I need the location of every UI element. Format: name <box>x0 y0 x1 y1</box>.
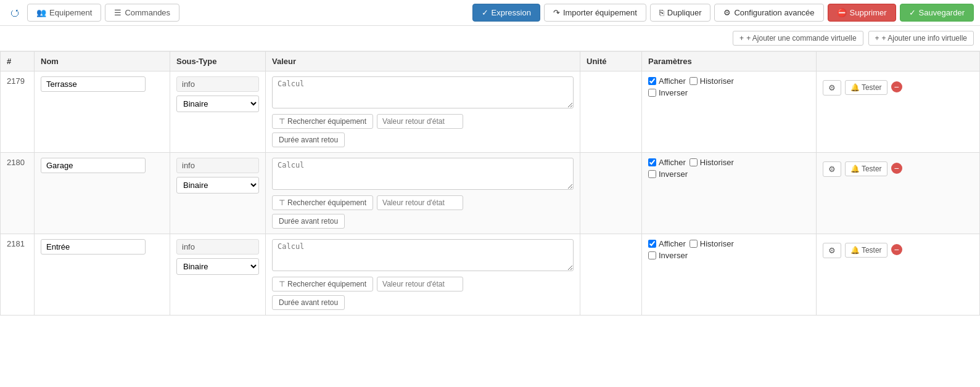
add-info-button[interactable]: + + Ajouter une info virtuelle <box>868 31 974 46</box>
historiser-checkbox-1[interactable] <box>690 158 698 166</box>
historiser-label-1[interactable]: Historiser <box>690 158 734 167</box>
share-icon: ↷ <box>553 8 560 17</box>
equipement-icon: 👥 <box>36 8 46 17</box>
dupliquer-button[interactable]: ⎘ Dupliquer <box>650 4 711 22</box>
retour-input-1[interactable] <box>377 195 463 210</box>
calcul-textarea-0[interactable] <box>272 76 574 108</box>
historiser-checkbox-0[interactable] <box>690 77 698 85</box>
col-valeur-2: ⊤ Rechercher équipement Durée avant reto… <box>266 234 580 316</box>
col-unite-1 <box>580 153 642 234</box>
table-icon-2: ⊤ <box>279 280 285 288</box>
col-params-1: Afficher Historiser Inverser <box>642 153 817 234</box>
afficher-label-2[interactable]: Afficher <box>648 239 686 248</box>
importer-button[interactable]: ↷ Importer équipement <box>544 4 646 22</box>
expression-button[interactable]: ✓ Expression <box>472 4 540 22</box>
top-nav: ⭯ 👥 Equipement ☰ Commandes ✓ Expression … <box>0 0 980 26</box>
commandes-tab[interactable]: ☰ Commandes <box>105 4 179 22</box>
config-button[interactable]: ⚙ Configuration avancée <box>714 4 823 22</box>
col-header-valeur: Valeur <box>266 52 580 71</box>
plus-icon-2: + <box>875 34 879 43</box>
nom-input-2[interactable] <box>41 239 146 255</box>
type-select-1[interactable]: BinaireNumériqueTexte <box>176 177 259 194</box>
bell-icon-1: 🔔 <box>850 165 860 173</box>
col-nom-1 <box>35 153 170 234</box>
col-soustype-0: info BinaireNumériqueTexte <box>170 71 266 153</box>
duree-btn-1[interactable]: Durée avant retou <box>272 214 345 229</box>
col-unite-2 <box>580 234 642 316</box>
toolbar: ✓ Expression ↷ Importer équipement ⎘ Dup… <box>472 4 974 22</box>
col-header-actions <box>816 52 979 71</box>
table-row: 2179 info BinaireNumériqueTexte ⊤ Recher… <box>1 71 980 153</box>
row-id-1: 2180 <box>1 153 35 234</box>
ban-icon: ⛔ <box>837 8 847 17</box>
bell-icon-0: 🔔 <box>850 83 860 92</box>
afficher-label-0[interactable]: Afficher <box>648 76 686 86</box>
remove-btn-2[interactable]: − <box>891 244 902 255</box>
info-badge-0: info <box>176 76 259 92</box>
rechercher-btn-1[interactable]: ⊤ Rechercher équipement <box>272 195 373 210</box>
afficher-checkbox-2[interactable] <box>648 240 656 248</box>
remove-btn-1[interactable]: − <box>891 163 902 174</box>
historiser-checkbox-2[interactable] <box>690 240 698 248</box>
table-icon-1: ⊤ <box>279 198 285 207</box>
duree-btn-0[interactable]: Durée avant retou <box>272 132 345 147</box>
calcul-textarea-1[interactable] <box>272 158 574 190</box>
afficher-checkbox-0[interactable] <box>648 77 656 85</box>
afficher-label-1[interactable]: Afficher <box>648 158 686 167</box>
action-bar: + + Ajouter une commande virtuelle + + A… <box>0 26 980 51</box>
tester-btn-1[interactable]: 🔔 Tester <box>845 161 887 176</box>
supprimer-button[interactable]: ⛔ Supprimer <box>828 4 896 22</box>
bell-icon-2: 🔔 <box>850 246 860 255</box>
col-header-soustype: Sous-Type <box>170 52 266 71</box>
col-header-params: Paramètres <box>642 52 817 71</box>
inverser-label-0[interactable]: Inverser <box>648 88 688 97</box>
remove-btn-0[interactable]: − <box>891 81 902 92</box>
col-actions-0: ⚙ 🔔 Tester − <box>816 71 979 153</box>
add-commande-button[interactable]: + + Ajouter une commande virtuelle <box>733 31 863 46</box>
table-icon-0: ⊤ <box>279 117 285 126</box>
col-valeur-0: ⊤ Rechercher équipement Durée avant reto… <box>266 71 580 153</box>
type-select-2[interactable]: BinaireNumériqueTexte <box>176 258 259 275</box>
col-nom-2 <box>35 234 170 316</box>
inverser-checkbox-1[interactable] <box>648 170 656 178</box>
col-header-id: # <box>1 52 35 71</box>
retour-input-0[interactable] <box>377 114 463 129</box>
inverser-checkbox-0[interactable] <box>648 89 656 97</box>
calcul-textarea-2[interactable] <box>272 239 574 271</box>
duree-btn-2[interactable]: Durée avant retou <box>272 295 345 310</box>
col-actions-1: ⚙ 🔔 Tester − <box>816 153 979 234</box>
col-params-2: Afficher Historiser Inverser <box>642 234 817 316</box>
table-row: 2181 info BinaireNumériqueTexte ⊤ Recher… <box>1 234 980 316</box>
inverser-label-2[interactable]: Inverser <box>648 251 688 260</box>
retour-input-2[interactable] <box>377 277 463 291</box>
col-soustype-2: info BinaireNumériqueTexte <box>170 234 266 316</box>
gear-btn-2[interactable]: ⚙ <box>823 243 841 258</box>
inverser-checkbox-2[interactable] <box>648 251 656 259</box>
equipement-tab[interactable]: 👥 Equipement <box>27 4 101 22</box>
col-soustype-1: info BinaireNumériqueTexte <box>170 153 266 234</box>
plus-icon: + <box>739 34 744 43</box>
type-select-0[interactable]: BinaireNumériqueTexte <box>176 96 259 112</box>
nom-input-0[interactable] <box>41 76 146 92</box>
rechercher-btn-2[interactable]: ⊤ Rechercher équipement <box>272 277 373 291</box>
tester-btn-0[interactable]: 🔔 Tester <box>845 80 887 95</box>
rechercher-btn-0[interactable]: ⊤ Rechercher équipement <box>272 114 373 129</box>
afficher-checkbox-1[interactable] <box>648 158 656 166</box>
tester-btn-2[interactable]: 🔔 Tester <box>845 243 887 258</box>
home-button[interactable]: ⭯ <box>6 5 23 21</box>
home-icon: ⭯ <box>10 7 20 18</box>
commandes-icon: ☰ <box>114 8 121 17</box>
save-icon: ✓ <box>909 8 916 17</box>
col-actions-2: ⚙ 🔔 Tester − <box>816 234 979 316</box>
row-id-0: 2179 <box>1 71 35 153</box>
equipement-tab-label: Equipement <box>49 8 92 17</box>
sauvegarder-button[interactable]: ✓ Sauvegarder <box>900 4 974 22</box>
copy-icon: ⎘ <box>659 8 664 17</box>
nom-input-1[interactable] <box>41 158 146 173</box>
gear-btn-0[interactable]: ⚙ <box>823 80 841 96</box>
inverser-label-1[interactable]: Inverser <box>648 169 688 179</box>
gear-icon: ⚙ <box>723 8 731 17</box>
historiser-label-0[interactable]: Historiser <box>690 76 734 86</box>
gear-btn-1[interactable]: ⚙ <box>823 161 841 177</box>
historiser-label-2[interactable]: Historiser <box>690 239 734 248</box>
